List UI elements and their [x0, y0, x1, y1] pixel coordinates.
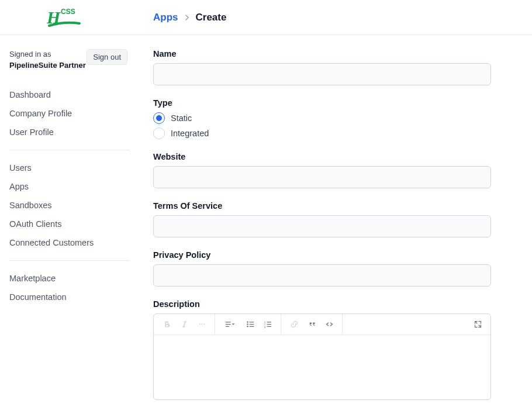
align-icon[interactable]	[222, 319, 239, 330]
radio-icon	[153, 127, 165, 139]
italic-icon[interactable]	[178, 319, 190, 330]
sidebar-divider	[9, 260, 130, 261]
svg-point-3	[247, 322, 248, 323]
description-editor: 123	[153, 313, 491, 400]
sidebar-item-apps[interactable]: Apps	[9, 177, 130, 196]
breadcrumb-current: Create	[196, 12, 227, 23]
breadcrumb: Apps Create	[153, 12, 226, 23]
tos-input[interactable]	[153, 215, 491, 237]
editor-toolbar: 123	[154, 314, 490, 335]
sidebar-divider	[9, 150, 130, 150]
name-input[interactable]	[153, 63, 491, 85]
signed-in-user-name: PipelineSuite Partner	[9, 61, 86, 70]
sidebar-item-user-profile[interactable]: User Profile	[9, 123, 130, 142]
logo-css: CSS	[61, 8, 75, 16]
sidebar-item-users[interactable]: Users	[9, 158, 130, 177]
radio-icon	[153, 112, 165, 124]
svg-point-0	[199, 323, 200, 325]
sidebar-item-documentation[interactable]: Documentation	[9, 288, 130, 306]
code-icon[interactable]	[323, 319, 335, 330]
sign-out-button[interactable]: Sign out	[87, 49, 127, 65]
website-input[interactable]	[153, 166, 491, 188]
sidebar-item-connected-customers[interactable]: Connected Customers	[9, 233, 130, 252]
ordered-list-icon[interactable]: 123	[262, 319, 274, 330]
link-icon[interactable]	[288, 319, 300, 330]
description-label: Description	[153, 299, 491, 309]
svg-point-1	[201, 323, 202, 325]
name-label: Name	[153, 49, 491, 58]
sidebar-item-marketplace[interactable]: Marketplace	[9, 269, 130, 288]
topbar: H CSS Apps Create	[0, 0, 532, 35]
breadcrumb-apps-link[interactable]: Apps	[153, 12, 178, 23]
type-static-radio[interactable]: Static	[153, 112, 491, 124]
type-label: Type	[153, 98, 491, 108]
signed-in-as-label: Signed in as	[9, 50, 51, 58]
svg-point-4	[247, 323, 248, 325]
type-static-label: Static	[171, 113, 192, 123]
logo: H CSS	[47, 6, 134, 29]
main-form: Name Type Static Integrated Website Term…	[136, 49, 532, 407]
sidebar: Signed in as PipelineSuite Partner Sign …	[0, 49, 136, 407]
fullscreen-icon[interactable]	[472, 319, 483, 330]
sidebar-item-oauth-clients[interactable]: OAuth Clients	[9, 215, 130, 233]
description-textarea[interactable]	[154, 335, 490, 399]
quote-icon[interactable]	[306, 319, 317, 330]
tos-label: Terms Of Service	[153, 201, 491, 211]
website-label: Website	[153, 152, 491, 161]
sidebar-item-dashboard[interactable]: Dashboard	[9, 85, 130, 104]
svg-point-2	[203, 323, 205, 325]
svg-text:3: 3	[264, 326, 265, 329]
privacy-label: Privacy Policy	[153, 250, 491, 260]
sidebar-item-sandboxes[interactable]: Sandboxes	[9, 196, 130, 215]
type-integrated-label: Integrated	[171, 129, 209, 138]
privacy-input[interactable]	[153, 264, 491, 287]
sidebar-item-company-profile[interactable]: Company Profile	[9, 104, 130, 123]
type-integrated-radio[interactable]: Integrated	[153, 127, 491, 139]
unordered-list-icon[interactable]	[244, 319, 256, 330]
svg-point-5	[247, 326, 248, 327]
bold-icon[interactable]	[161, 319, 172, 330]
signed-in-info: Signed in as PipelineSuite Partner	[9, 49, 86, 71]
chevron-right-icon	[184, 12, 190, 23]
more-icon[interactable]	[196, 319, 208, 330]
